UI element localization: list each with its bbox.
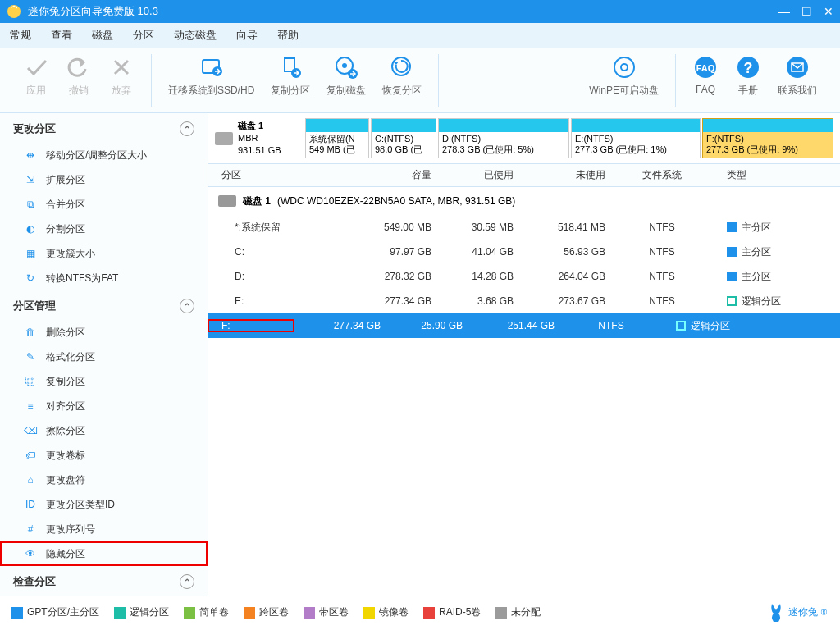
recover-partition-button[interactable]: 恢复分区: [374, 54, 430, 98]
close-icon: [108, 54, 135, 80]
copy-icon: ⿻: [23, 374, 38, 389]
sidebar-split[interactable]: ◐分割分区: [0, 217, 208, 241]
contact-button[interactable]: 联系我们: [769, 54, 825, 98]
svg-point-5: [342, 63, 347, 68]
diskmap-partition[interactable]: D:(NTFS)278.3 GB (已使用: 5%): [438, 118, 569, 158]
legend-item: 跨区卷: [244, 605, 289, 619]
col-partition[interactable]: 分区: [221, 168, 345, 182]
menu-wizard[interactable]: 向导: [236, 28, 258, 43]
svg-point-8: [614, 57, 634, 77]
col-type[interactable]: 类型: [719, 168, 809, 182]
sidebar-type-id[interactable]: ID更改分区类型ID: [0, 492, 208, 517]
sidebar-extend[interactable]: ⇲扩展分区: [0, 167, 208, 192]
sidebar-serial[interactable]: #更改序列号: [0, 517, 208, 541]
manual-button[interactable]: ? 手册: [727, 54, 769, 98]
col-used[interactable]: 已使用: [446, 168, 528, 182]
section-check[interactable]: 检查分区 ⌃: [0, 566, 208, 596]
disk-group-row[interactable]: 磁盘 1 (WDC WD10EZEX-22BN5A0 SATA, MBR, 93…: [208, 187, 840, 215]
titlebar: 迷你兔分区向导免费版 10.3 — ☐ ✕: [0, 0, 840, 23]
copy-partition-button[interactable]: 复制分区: [262, 54, 318, 98]
sidebar-convert-ntfs[interactable]: ↻转换NTFS为FAT: [0, 266, 208, 290]
sidebar-merge[interactable]: ⧉合并分区: [0, 192, 208, 217]
sidebar-format[interactable]: ✎格式化分区: [0, 345, 208, 369]
legend: GPT分区/主分区逻辑分区简单卷跨区卷带区卷镜像卷RAID-5卷未分配 迷你兔®: [0, 596, 840, 628]
col-capacity[interactable]: 容量: [345, 168, 446, 182]
sidebar-align[interactable]: ≡对齐分区: [0, 394, 208, 418]
migrate-icon: [199, 54, 225, 80]
check-icon: [23, 54, 49, 80]
legend-item: 镜像卷: [363, 605, 409, 619]
table-header: 分区 容量 已使用 未使用 文件系统 类型: [208, 164, 840, 187]
erase-icon: ⌫: [23, 423, 38, 438]
migrate-os-button[interactable]: 迁移系统到SSD/HD: [160, 54, 262, 98]
legend-item: 逻辑分区: [114, 605, 169, 619]
disk-info: 磁盘 1 MBR 931.51 GB: [215, 118, 302, 158]
sidebar-letter[interactable]: ⌂更改盘符: [0, 468, 208, 492]
table-row[interactable]: *:系统保留 549.00 MB 30.59 MB 518.41 MB NTFS…: [208, 215, 840, 240]
extend-icon: ⇲: [23, 172, 38, 187]
undo-icon: [66, 54, 92, 80]
undo-button[interactable]: 撤销: [57, 54, 100, 98]
window-controls: — ☐ ✕: [778, 5, 833, 18]
sidebar-move-resize[interactable]: ⇹移动分区/调整分区大小: [0, 143, 208, 167]
diskmap-partition[interactable]: C:(NTFS)98.0 GB (已: [371, 118, 436, 158]
resize-icon: ⇹: [23, 148, 38, 162]
table-row[interactable]: E: 277.34 GB 3.68 GB 273.67 GB NTFS 逻辑分区: [208, 289, 840, 313]
close-button[interactable]: ✕: [824, 5, 833, 18]
diskmap-partition[interactable]: E:(NTFS)277.3 GB (已使用: 1%): [571, 118, 701, 158]
table-row[interactable]: C: 97.97 GB 41.04 GB 56.93 GB NTFS 主分区: [208, 240, 840, 264]
tag-icon: 🏷: [23, 448, 38, 463]
faq-icon: FAQ: [692, 54, 719, 80]
apply-button[interactable]: 应用: [15, 54, 57, 98]
copy-disk-icon: [333, 54, 359, 80]
diskmap-partition[interactable]: F:(NTFS)277.3 GB (已使用: 9%): [702, 118, 833, 158]
section-manage[interactable]: 分区管理 ⌃: [0, 290, 208, 320]
split-icon: ◐: [23, 221, 38, 236]
legend-item: GPT分区/主分区: [11, 605, 99, 619]
eye-icon: 👁: [23, 546, 38, 561]
chevron-up-icon: ⌃: [180, 574, 194, 589]
hdd-icon: [215, 132, 233, 145]
maximize-button[interactable]: ☐: [801, 5, 812, 18]
pencil-icon: ✎: [23, 349, 38, 364]
menu-help[interactable]: 帮助: [277, 28, 299, 43]
cluster-icon: ▦: [23, 246, 38, 261]
diskmap-partition[interactable]: 系统保留(N549 MB (已: [305, 118, 369, 158]
legend-item: 未分配: [495, 605, 541, 619]
menu-partition[interactable]: 分区: [133, 28, 154, 43]
id-icon: ID: [23, 497, 38, 512]
sidebar-copy[interactable]: ⿻复制分区: [0, 369, 208, 394]
serial-icon: #: [23, 522, 38, 536]
menu-disk[interactable]: 磁盘: [92, 28, 113, 43]
winpe-button[interactable]: WinPE可启动盘: [581, 54, 667, 98]
sidebar-wipe[interactable]: ⌫擦除分区: [0, 418, 208, 443]
faq-button[interactable]: FAQ FAQ: [684, 54, 727, 95]
table-row[interactable]: D: 278.32 GB 14.28 GB 264.04 GB NTFS 主分区: [208, 264, 840, 289]
sidebar-hide[interactable]: 👁隐藏分区: [0, 541, 208, 566]
col-free[interactable]: 未使用: [528, 168, 620, 182]
menu-general[interactable]: 常规: [10, 28, 31, 43]
legend-item: 带区卷: [304, 605, 349, 619]
menu-dynamic[interactable]: 动态磁盘: [174, 28, 217, 43]
col-filesystem[interactable]: 文件系统: [620, 168, 719, 182]
hdd-icon: [218, 195, 236, 207]
chevron-up-icon: ⌃: [180, 121, 194, 136]
sidebar-cluster[interactable]: ▦更改簇大小: [0, 241, 208, 266]
chevron-up-icon: ⌃: [180, 299, 194, 313]
disk-map: 磁盘 1 MBR 931.51 GB 系统保留(N549 MB (已C:(NTF…: [208, 113, 840, 164]
help-icon: ?: [735, 54, 761, 80]
sidebar-label[interactable]: 🏷更改卷标: [0, 443, 208, 468]
table-row[interactable]: F: 277.34 GB 25.90 GB 251.44 GB NTFS 逻辑分…: [208, 313, 840, 338]
sidebar-delete[interactable]: 🗑删除分区: [0, 320, 208, 345]
recover-icon: [389, 54, 415, 80]
svg-point-9: [621, 64, 628, 71]
section-modify[interactable]: 更改分区 ⌃: [0, 113, 208, 143]
menu-view[interactable]: 查看: [51, 28, 72, 43]
discard-button[interactable]: 放弃: [100, 54, 143, 98]
svg-point-14: [787, 57, 808, 78]
minimize-button[interactable]: —: [778, 5, 790, 18]
svg-text:?: ?: [744, 60, 753, 76]
copy-disk-button[interactable]: 复制磁盘: [318, 54, 374, 98]
legend-item: RAID-5卷: [423, 605, 481, 619]
mail-icon: [784, 54, 810, 80]
